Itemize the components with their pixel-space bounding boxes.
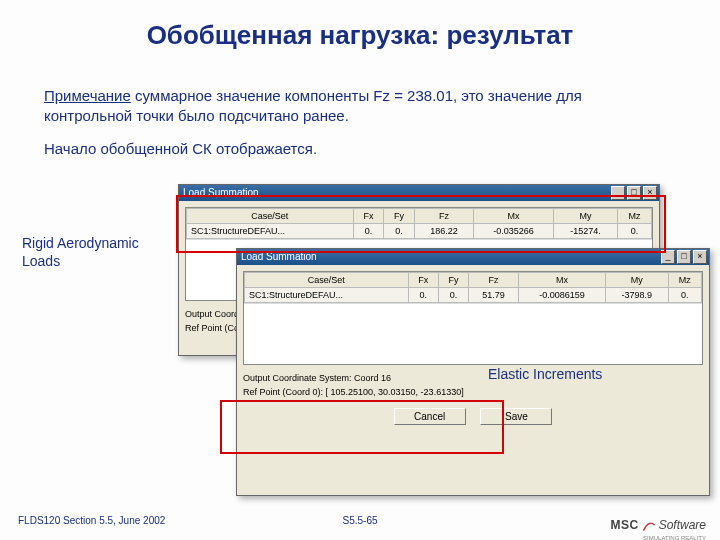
logo-swoosh-icon xyxy=(642,518,656,532)
cell-case: SC1:StructureDEFAU... xyxy=(187,224,354,239)
col-fz: Fz xyxy=(414,209,473,224)
note-2: Начало обобщенной СК отображается. xyxy=(44,140,654,157)
minimize-icon[interactable]: _ xyxy=(661,250,675,264)
cancel-button[interactable]: Cancel xyxy=(394,408,466,425)
close-icon[interactable]: × xyxy=(643,186,657,200)
rigid-loads-label: Rigid Aerodynamic Loads xyxy=(22,234,172,270)
cell-case: SC1:StructureDEFAU... xyxy=(245,288,409,303)
slide-title: Обобщенная нагрузка: результат xyxy=(0,20,720,51)
logo-software: Software xyxy=(659,518,706,532)
dialog-title: Load Summation xyxy=(183,187,259,198)
table-row: SC1:StructureDEFAU... 0. 0. 51.79 -0.008… xyxy=(245,288,702,303)
cell-mz: 0. xyxy=(617,224,651,239)
output-block-front: Output Coordinate System: Coord 16 Ref P… xyxy=(243,371,703,400)
note-1: Примечание суммарное значение компоненты… xyxy=(44,86,654,127)
maximize-icon[interactable]: □ xyxy=(627,186,641,200)
cell-mx: -0.035266 xyxy=(474,224,554,239)
col-case: Case/Set xyxy=(245,273,409,288)
col-my: My xyxy=(554,209,618,224)
ref-point-front: Ref Point (Coord 0): [ 105.25100, 30.031… xyxy=(243,385,703,399)
col-fx: Fx xyxy=(408,273,438,288)
col-mx: Mx xyxy=(474,209,554,224)
cell-fy: 0. xyxy=(384,224,415,239)
col-fy: Fy xyxy=(384,209,415,224)
dialog-titlebar: Load Summation _ □ × xyxy=(237,249,709,265)
data-grid-front: Case/Set Fx Fy Fz Mx My Mz SC1:Structure… xyxy=(243,271,703,365)
logo-tagline: SIMULATING REALITY xyxy=(643,535,706,540)
logo-msc: MSC xyxy=(610,518,638,532)
grid-empty-area xyxy=(244,303,702,364)
cell-my: -3798.9 xyxy=(605,288,668,303)
col-fz: Fz xyxy=(469,273,519,288)
minimize-icon[interactable]: _ xyxy=(611,186,625,200)
cell-mx: -0.0086159 xyxy=(519,288,606,303)
dialog-button-row: Cancel Save xyxy=(237,404,709,431)
cell-my: -15274. xyxy=(554,224,618,239)
elastic-increments-label: Elastic Increments xyxy=(488,366,602,382)
cell-mz: 0. xyxy=(668,288,701,303)
col-mx: Mx xyxy=(519,273,606,288)
dialog-titlebar: Load Summation _ □ × xyxy=(179,185,659,201)
col-fy: Fy xyxy=(438,273,468,288)
col-mz: Mz xyxy=(617,209,651,224)
cell-fx: 0. xyxy=(408,288,438,303)
output-coord-front: Output Coordinate System: Coord 16 xyxy=(243,371,703,385)
col-fx: Fx xyxy=(353,209,384,224)
close-icon[interactable]: × xyxy=(693,250,707,264)
window-controls: _ □ × xyxy=(661,250,707,264)
load-summation-dialog-front: Load Summation _ □ × Case/Set Fx Fy Fz M… xyxy=(236,248,710,496)
cell-fz: 51.79 xyxy=(469,288,519,303)
col-case: Case/Set xyxy=(187,209,354,224)
col-my: My xyxy=(605,273,668,288)
dialog-title: Load Summation xyxy=(241,251,317,262)
cell-fy: 0. xyxy=(438,288,468,303)
note-underlined: Примечание xyxy=(44,87,131,104)
maximize-icon[interactable]: □ xyxy=(677,250,691,264)
footer-logo: MSC Software SIMULATING REALITY xyxy=(610,518,706,532)
cell-fz: 186.22 xyxy=(414,224,473,239)
table-row: SC1:StructureDEFAU... 0. 0. 186.22 -0.03… xyxy=(187,224,652,239)
window-controls: _ □ × xyxy=(611,186,657,200)
col-mz: Mz xyxy=(668,273,701,288)
cell-fx: 0. xyxy=(353,224,384,239)
save-button[interactable]: Save xyxy=(480,408,552,425)
